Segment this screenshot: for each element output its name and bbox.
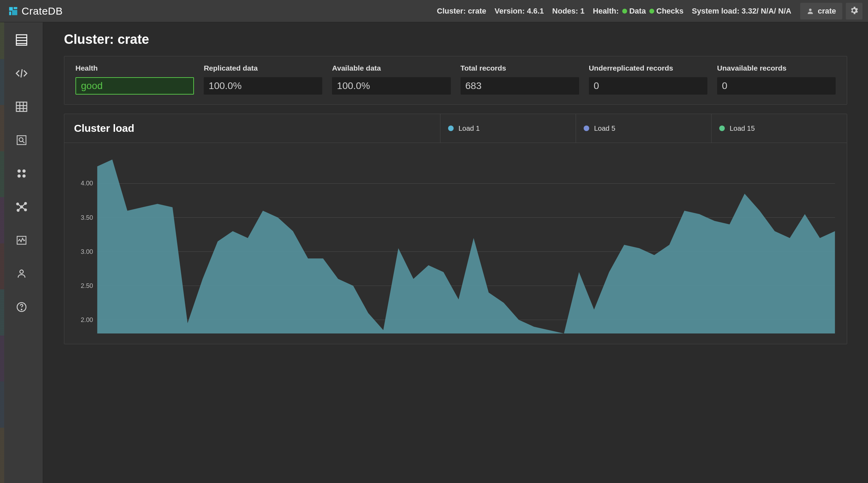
status-nodes: Nodes: 1 [552,7,585,16]
metric-value-health: good [75,77,194,95]
topbar: CrateDB Cluster: crate Version: 4.6.1 No… [0,0,868,22]
svg-point-18 [17,169,21,172]
svg-text:3.00: 3.00 [81,248,93,255]
nav-overview[interactable] [13,32,30,49]
code-icon [15,66,29,81]
metric-label: Unavailable records [717,64,836,72]
svg-point-19 [22,169,25,172]
shards-icon [16,168,27,180]
metric-value: 0 [717,77,836,95]
help-icon [16,301,27,314]
table-icon [15,100,29,115]
status-cluster: Cluster: crate [437,7,486,16]
nav-cluster[interactable] [13,199,30,216]
metric-unavailable: Unavailable records 0 [717,64,836,95]
svg-text:2.00: 2.00 [81,316,93,323]
metric-replicated: Replicated data 100.0% [204,64,322,95]
legend-dot-icon [584,126,589,131]
user-menu[interactable]: crate [800,3,842,19]
svg-line-27 [17,204,21,207]
metric-label: Available data [332,64,451,72]
gear-icon [849,6,859,16]
username: crate [818,7,836,16]
svg-rect-15 [17,136,26,145]
svg-point-32 [20,270,23,273]
settings-button[interactable] [846,3,862,19]
metric-total-records: Total records 683 [461,64,579,95]
logo[interactable]: CrateDB [8,5,63,17]
legend-load5[interactable]: Load 5 [576,114,711,143]
nav-help[interactable] [13,299,30,316]
metric-label: Underreplicated records [589,64,707,72]
overview-icon [15,33,29,48]
metric-value: 683 [461,77,579,95]
nav-shards[interactable] [13,166,30,182]
legend-label: Load 15 [730,124,755,132]
svg-rect-10 [16,102,27,111]
svg-line-17 [22,141,24,143]
metric-label: Replicated data [204,64,322,72]
page-title: Cluster: crate [64,32,847,47]
svg-line-9 [21,69,22,77]
cluster-load-title: Cluster load [64,114,440,143]
svg-line-28 [22,203,25,207]
health-data-dot-icon [622,9,627,14]
person-icon [16,268,27,281]
main-content: Cluster: crate Health good Replicated da… [43,22,868,483]
status-health: Health: Data Checks [593,7,684,16]
metric-label: Health [75,64,194,72]
svg-point-34 [21,309,22,309]
status-version: Version: 4.6.1 [495,7,544,16]
nav-views[interactable] [13,132,30,149]
metric-value: 0 [589,77,707,95]
legend-label: Load 1 [459,124,480,132]
topbar-status-group: Cluster: crate Version: 4.6.1 Nodes: 1 H… [437,7,796,16]
svg-text:4.00: 4.00 [81,180,93,187]
metric-underreplicated: Underreplicated records 0 [589,64,707,95]
legend-load15[interactable]: Load 15 [711,114,847,143]
metric-value: 100.0% [204,77,322,95]
sidebar [0,22,43,483]
svg-rect-3 [12,10,17,15]
status-sysload: System load: 3.32/ N/A/ N/A [692,7,791,16]
svg-point-4 [809,8,812,11]
svg-line-30 [22,207,25,210]
metric-available: Available data 100.0% [332,64,451,95]
svg-rect-2 [9,11,11,15]
load-chart-svg: 2.002.503.003.504.00 [73,153,838,337]
cluster-load-header: Cluster load Load 1 Load 5 Load 15 [64,114,847,143]
svg-point-20 [17,174,21,177]
svg-text:2.50: 2.50 [81,282,93,289]
graph-icon [16,201,27,214]
svg-text:3.50: 3.50 [81,214,93,221]
legend-label: Load 5 [594,124,615,132]
monitor-icon [16,234,27,247]
legend-dot-icon [719,126,725,131]
health-checks-dot-icon [649,9,654,14]
svg-point-16 [19,137,23,141]
svg-line-29 [18,207,22,210]
logo-mark-icon [8,6,18,16]
logo-text: CrateDB [22,5,63,17]
nav-users[interactable] [13,266,30,282]
cluster-load-chart: 2.002.503.003.504.00 [64,143,847,344]
legend-dot-icon [448,126,454,131]
nav-monitoring[interactable] [13,232,30,249]
metric-value: 100.0% [332,77,451,95]
metric-label: Total records [461,64,579,72]
nav-console[interactable] [13,65,30,82]
metrics-panel: Health good Replicated data 100.0% Avail… [64,56,847,105]
search-doc-icon [16,134,27,147]
metric-health: Health good [75,64,194,95]
svg-rect-1 [14,7,17,9]
cluster-load-panel: Cluster load Load 1 Load 5 Load 15 [64,114,847,344]
svg-point-21 [22,174,25,177]
user-icon [806,7,814,15]
legend-load1[interactable]: Load 1 [440,114,576,143]
nav-tables[interactable] [13,99,30,115]
